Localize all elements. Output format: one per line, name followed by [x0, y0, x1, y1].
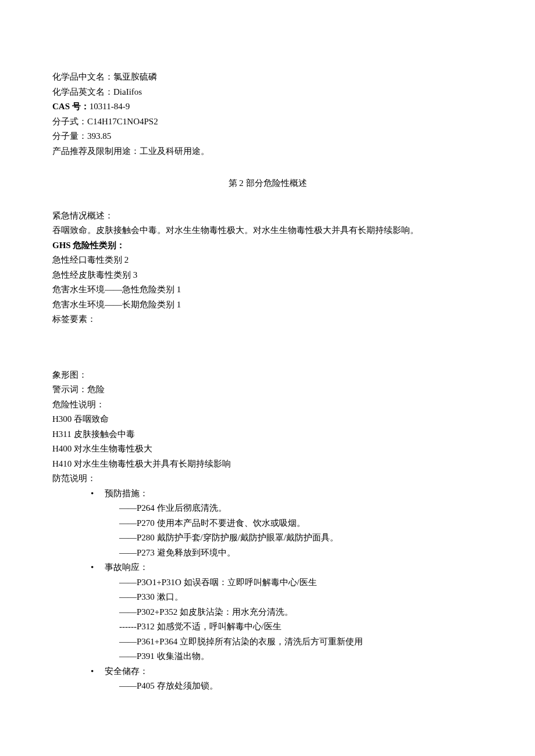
emergency-label: 紧急情况概述： [52, 209, 483, 224]
ghs-item: 急性经皮肤毒性类别 3 [52, 268, 483, 283]
emergency-text: 吞咽致命。皮肤接触会中毒。对水生生物毒性极大。对水生生物毒性极大并具有长期持续影… [52, 223, 483, 238]
label-elements: 标签要素： [52, 312, 483, 327]
hazard-statement: H400 对水生生物毒性极大 [52, 442, 483, 457]
formula-row: 分子式：C14H17C1NO4PS2 [52, 114, 483, 130]
precaution-group-storage: 安全储存： [52, 664, 483, 679]
use-row: 产品推荐及限制用途：工业及科研用途。 [52, 144, 483, 159]
precaution-line: ——P361+P364 立即脱掉所有沾染的衣服，清洗后方可重新使用 [119, 635, 483, 650]
hazard-statement: H410 对水生生物毒性极大并具有长期持续影响 [52, 457, 483, 472]
pictogram-gap [52, 327, 483, 368]
use-label: 产品推荐及限制用途： [52, 146, 140, 156]
formula-value: C14H17C1NO4PS2 [87, 117, 158, 126]
cas-row: CAS 号：10311-84-9 [52, 99, 483, 114]
cn-name-value: 氯亚胺硫磷 [113, 72, 157, 81]
precaution-line: ——P270 使用本产品时不要进食、饮水或吸烟。 [119, 516, 483, 531]
cas-label: CAS 号： [52, 102, 90, 111]
formula-label: 分子式： [52, 117, 87, 126]
precaution-line: ——P273 避免释放到环境中。 [119, 546, 483, 561]
mw-value: 393.85 [87, 131, 111, 141]
en-name-row: 化学品英文名：DiaIifos [52, 85, 483, 100]
precaution-line: ——P405 存放处须加锁。 [119, 679, 483, 694]
group-title: 安全储存： [105, 667, 148, 676]
cn-name-row: 化学品中文名：氯亚胺硫磷 [52, 70, 483, 85]
pictogram-label: 象形图： [52, 368, 483, 383]
group-title: 预防措施： [105, 489, 148, 498]
group-title: 事故响应： [105, 562, 148, 572]
signal-label: 警示词： [52, 385, 87, 394]
cas-value: 10311-84-9 [90, 102, 130, 111]
signal-value: 危险 [87, 385, 105, 394]
precaution-group-response: 事故响应： [52, 560, 483, 575]
ghs-item: 危害水生环境——长期危险类别 1 [52, 298, 483, 313]
use-value: 工业及科研用途。 [140, 146, 209, 156]
precaution-line: ——P330 漱口。 [119, 590, 483, 605]
precaution-line: ——P302+P352 如皮肤沾染：用水充分清洗。 [119, 605, 483, 620]
hazard-statements-label: 危险性说明： [52, 397, 483, 413]
precaution-group-prevention: 预防措施： [52, 486, 483, 501]
mw-row: 分子量：393.85 [52, 129, 483, 144]
hazard-statement: H300 吞咽致命 [52, 412, 483, 427]
en-name-label: 化学品英文名： [52, 87, 113, 96]
signal-row: 警示词：危险 [52, 382, 483, 397]
precaution-line: ——P3O1+P31O 如误吞咽：立即呼叫解毒中心/医生 [119, 575, 483, 590]
mw-label: 分子量： [52, 131, 87, 141]
precaution-line: ——P280 戴防护手套/穿防护服/戴防护眼罩/戴防护面具。 [119, 531, 483, 546]
precaution-line: ——P391 收集溢出物。 [119, 649, 483, 664]
en-name-value: DiaIifos [113, 87, 142, 96]
ghs-item: 急性经口毒性类别 2 [52, 253, 483, 268]
section-2-title: 第 2 部分危险性概述 [52, 176, 483, 191]
precaution-label: 防范说明： [52, 471, 483, 486]
precaution-line: ------P312 如感觉不适，呼叫解毒中心/医生 [119, 619, 483, 635]
cn-name-label: 化学品中文名： [52, 72, 113, 81]
hazard-statement: H311 皮肤接触会中毒 [52, 427, 483, 442]
ghs-label: GHS 危险性类别： [52, 238, 483, 253]
ghs-item: 危害水生环境——急性危险类别 1 [52, 282, 483, 298]
precaution-line: ——P264 作业后彻底清洗。 [119, 501, 483, 516]
